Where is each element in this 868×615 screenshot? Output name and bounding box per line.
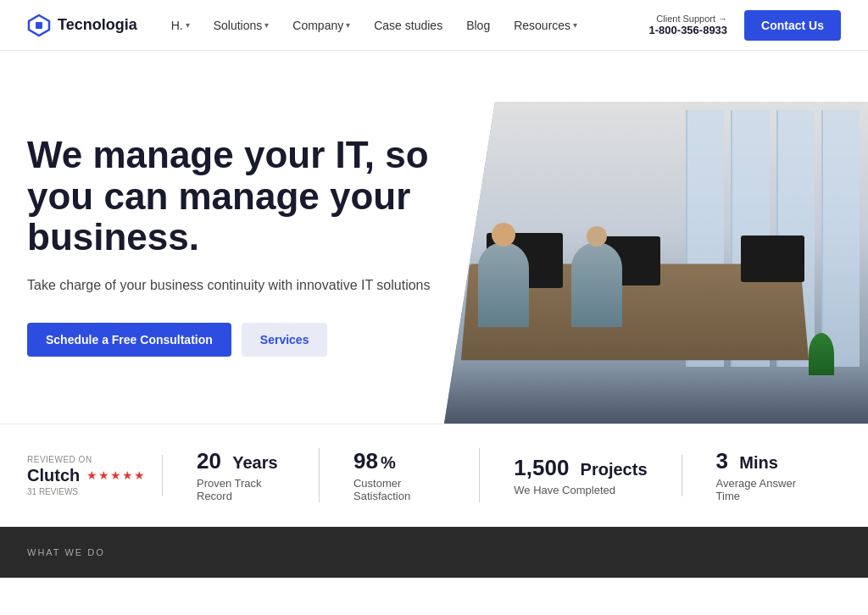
contact-button[interactable]: Contact Us — [744, 10, 841, 41]
nav-links: H. ▾ Solutions ▾ Company ▾ Case studies … — [171, 19, 649, 32]
stat-item-projects: 1,500 Projects We Have Completed — [480, 455, 682, 496]
nav-item-h[interactable]: H. ▾ — [171, 19, 190, 32]
client-support: Client Support → 1-800-356-8933 — [649, 14, 728, 36]
stat-number-response: 3 Mins — [716, 448, 807, 474]
nav-item-case-studies[interactable]: Case studies — [374, 19, 442, 32]
stat-label-response: Average Answer Time — [716, 477, 807, 502]
chevron-down-icon: ▾ — [186, 20, 190, 30]
brand-name: Tecnologia — [58, 16, 137, 34]
what-we-do-label: WHAT WE DO — [27, 547, 105, 557]
services-button[interactable]: Services — [242, 323, 328, 357]
hero-image — [444, 102, 868, 424]
support-phone: 1-800-356-8933 — [649, 24, 728, 36]
nav-item-company[interactable]: Company ▾ — [292, 19, 350, 32]
schedule-consultation-button[interactable]: Schedule a Free Consultation — [27, 323, 231, 357]
svg-rect-2 — [36, 22, 42, 29]
support-label: Client Support → — [649, 14, 728, 24]
chevron-down-icon: ▾ — [264, 20, 269, 30]
clutch-section: REVIEWED ON Clutch ★★★★★ 31 REVIEWS — [27, 455, 163, 496]
hero-left: We manage your IT, so you can manage you… — [27, 135, 434, 356]
stat-item-satisfaction: 98% Customer Satisfaction — [320, 448, 480, 502]
nav-item-blog[interactable]: Blog — [466, 19, 490, 32]
hero-subtext: Take charge of your business continuity … — [27, 275, 434, 296]
clutch-name: Clutch — [27, 466, 80, 485]
stat-number-satisfaction: 98% — [353, 448, 445, 474]
nav-item-solutions[interactable]: Solutions ▾ — [214, 19, 270, 32]
clutch-row: Clutch ★★★★★ — [27, 466, 135, 485]
stat-number-projects: 1,500 Projects — [514, 455, 647, 481]
what-we-do-section: WHAT WE DO — [0, 527, 868, 578]
reviews-count: 31 REVIEWS — [27, 487, 135, 496]
stat-item-years: 20 Years Proven Track Record — [163, 448, 320, 502]
star-rating: ★★★★★ — [86, 468, 146, 482]
hero-buttons: Schedule a Free Consultation Services — [27, 323, 434, 357]
logo-icon — [27, 14, 51, 37]
office-image-placeholder — [444, 102, 868, 424]
nav-item-resources[interactable]: Resources ▾ — [514, 19, 577, 32]
stat-label-satisfaction: Customer Satisfaction — [353, 477, 445, 502]
hero-headline: We manage your IT, so you can manage you… — [27, 135, 434, 258]
reviewed-on-label: REVIEWED ON — [27, 455, 135, 464]
stats-bar: REVIEWED ON Clutch ★★★★★ 31 REVIEWS 20 Y… — [0, 424, 868, 527]
stat-label-projects: We Have Completed — [514, 484, 647, 496]
nav-right: Client Support → 1-800-356-8933 Contact … — [649, 10, 841, 41]
chevron-down-icon: ▾ — [573, 20, 577, 30]
hero-section: We manage your IT, so you can manage you… — [0, 51, 868, 424]
stat-item-response: 3 Mins Average Answer Time — [682, 448, 841, 502]
logo[interactable]: Tecnologia — [27, 14, 137, 37]
navbar: Tecnologia H. ▾ Solutions ▾ Company ▾ Ca… — [0, 0, 868, 51]
chevron-down-icon: ▾ — [346, 20, 350, 30]
stat-label-years: Proven Track Record — [197, 477, 285, 502]
stat-number-years: 20 Years — [197, 448, 285, 474]
